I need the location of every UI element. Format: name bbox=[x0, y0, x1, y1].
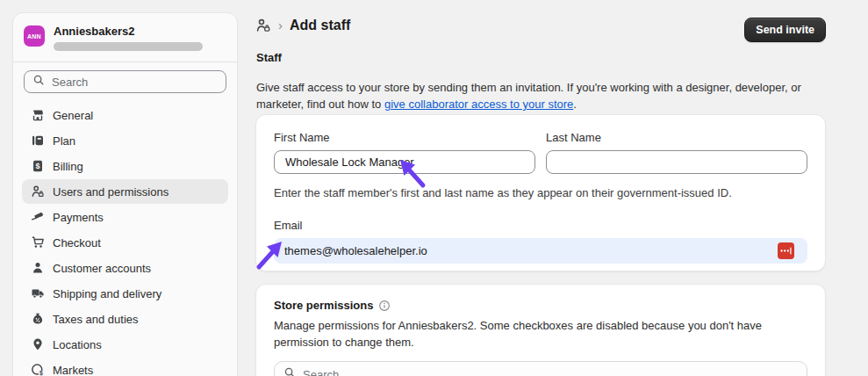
permissions-search-input[interactable]: Search bbox=[274, 361, 807, 376]
svg-text:$: $ bbox=[39, 370, 43, 376]
chevron-right-icon: › bbox=[278, 18, 283, 32]
checkout-cart-icon bbox=[31, 235, 45, 249]
breadcrumb: › Add staff bbox=[255, 18, 826, 33]
store-permissions-description: Manage permissions for Anniesbakers2. So… bbox=[274, 317, 811, 351]
sidebar-item-shipping-and-delivery[interactable]: Shipping and delivery bbox=[22, 281, 228, 306]
sidebar-item-billing[interactable]: $ Billing bbox=[22, 154, 228, 178]
payments-icon bbox=[31, 210, 45, 224]
staff-details-card: First Name Last Name Enter the staff mem… bbox=[255, 114, 826, 271]
sidebar-search-input[interactable]: Search bbox=[24, 70, 226, 93]
sidebar-item-label: General bbox=[53, 109, 93, 122]
store-avatar: ANN bbox=[24, 25, 45, 47]
sidebar-item-general[interactable]: General bbox=[22, 103, 228, 127]
billing-icon: $ bbox=[31, 159, 45, 173]
store-permissions-title: Store permissions bbox=[274, 299, 373, 312]
store-name: Anniesbakers2 bbox=[54, 25, 203, 38]
staff-section-description: Give staff access to your store by sendi… bbox=[256, 79, 826, 112]
info-icon[interactable] bbox=[378, 300, 391, 312]
page-header: › Add staff Send invite bbox=[255, 18, 826, 44]
svg-text:$: $ bbox=[35, 162, 39, 170]
search-icon bbox=[32, 74, 45, 90]
users-breadcrumb-icon[interactable] bbox=[255, 18, 271, 33]
sidebar-item-locations[interactable]: Locations bbox=[22, 332, 228, 357]
store-permissions-card: Store permissions Manage permissions for… bbox=[255, 284, 826, 376]
sidebar-item-markets[interactable]: $ Markets bbox=[22, 358, 228, 376]
staff-section-title: Staff bbox=[256, 51, 282, 64]
settings-page: ANN Anniesbakers2 Search General bbox=[0, 0, 868, 376]
sidebar-item-label: Payments bbox=[53, 211, 104, 224]
sidebar-item-users-and-permissions[interactable]: Users and permissions bbox=[22, 179, 228, 204]
truck-icon bbox=[31, 286, 45, 300]
sidebar-nav: General Plan $ Billing Users and permiss… bbox=[13, 93, 237, 376]
store-icon bbox=[31, 108, 45, 122]
email-label: Email bbox=[274, 219, 807, 233]
customer-icon bbox=[31, 261, 45, 275]
last-name-input[interactable] bbox=[546, 150, 807, 174]
page-title: Add staff bbox=[290, 18, 350, 33]
redacted-store-url bbox=[54, 42, 203, 51]
store-header: ANN Anniesbakers2 bbox=[13, 13, 237, 61]
money-bag-icon bbox=[31, 312, 45, 326]
sidebar-item-label: Users and permissions bbox=[53, 185, 169, 199]
main-content: › Add staff Send invite Staff Give staff… bbox=[255, 0, 826, 376]
first-name-label: First Name bbox=[274, 131, 535, 145]
password-manager-icon[interactable] bbox=[778, 242, 794, 259]
location-pin-icon bbox=[31, 337, 45, 351]
sidebar-divider bbox=[13, 61, 237, 62]
sidebar-item-label: Plan bbox=[53, 134, 75, 148]
sidebar-item-label: Shipping and delivery bbox=[53, 287, 161, 300]
sidebar-item-label: Billing bbox=[53, 160, 83, 173]
collaborator-access-link[interactable]: give collaborator access to your store bbox=[384, 98, 573, 111]
last-name-label: Last Name bbox=[546, 131, 807, 145]
email-input[interactable] bbox=[274, 238, 807, 264]
name-help-text: Enter the staff member's first and last … bbox=[274, 186, 807, 200]
sidebar-item-payments[interactable]: Payments bbox=[22, 205, 228, 229]
search-icon bbox=[283, 366, 296, 376]
sidebar-item-plan[interactable]: Plan bbox=[22, 128, 228, 153]
sidebar-item-label: Customer accounts bbox=[53, 262, 151, 275]
sidebar-item-label: Taxes and duties bbox=[53, 313, 139, 326]
sidebar-search-placeholder: Search bbox=[52, 76, 88, 89]
settings-sidebar: ANN Anniesbakers2 Search General bbox=[12, 12, 238, 376]
permissions-search-placeholder: Search bbox=[303, 368, 339, 376]
plan-icon bbox=[31, 134, 45, 148]
sidebar-item-label: Markets bbox=[53, 364, 93, 376]
send-invite-button[interactable]: Send invite bbox=[744, 18, 826, 42]
sidebar-item-label: Checkout bbox=[53, 236, 101, 249]
sidebar-item-label: Locations bbox=[53, 338, 102, 351]
sidebar-item-checkout[interactable]: Checkout bbox=[22, 230, 228, 255]
staff-description-period: . bbox=[573, 98, 577, 111]
users-icon bbox=[31, 184, 45, 199]
globe-dollar-icon: $ bbox=[31, 363, 45, 376]
first-name-input[interactable] bbox=[274, 150, 535, 174]
sidebar-item-customer-accounts[interactable]: Customer accounts bbox=[22, 256, 228, 280]
sidebar-item-taxes-and-duties[interactable]: Taxes and duties bbox=[22, 307, 228, 331]
